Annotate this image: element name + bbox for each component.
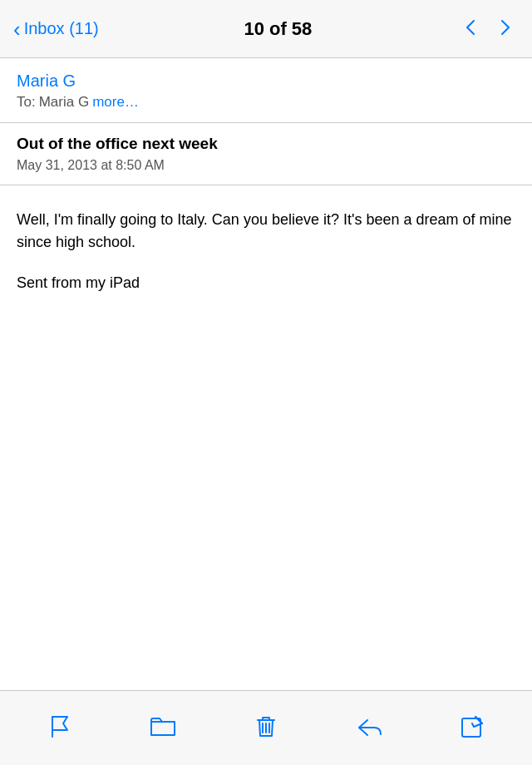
reply-icon bbox=[354, 712, 384, 745]
email-date: May 31, 2013 at 8:50 AM bbox=[17, 158, 515, 173]
to-recipient: Maria G bbox=[39, 94, 89, 111]
move-to-folder-button[interactable] bbox=[138, 703, 188, 753]
navigation-arrows bbox=[457, 16, 519, 42]
header-divider bbox=[0, 122, 532, 123]
compose-button[interactable] bbox=[447, 703, 497, 753]
email-subject: Out of the office next week bbox=[17, 135, 515, 153]
flag-button[interactable] bbox=[35, 703, 85, 753]
email-body-paragraph: Well, I'm finally going to Italy. Can yo… bbox=[17, 209, 515, 254]
folder-icon bbox=[148, 712, 178, 745]
svg-rect-4 bbox=[462, 718, 480, 737]
back-button[interactable]: ‹ Inbox (11) bbox=[13, 18, 99, 40]
delete-button[interactable] bbox=[241, 703, 291, 753]
top-navigation-bar: ‹ Inbox (11) 10 of 58 bbox=[0, 0, 532, 58]
previous-message-button[interactable] bbox=[457, 16, 480, 42]
reply-button[interactable] bbox=[344, 703, 394, 753]
email-body: Well, I'm finally going to Italy. Can yo… bbox=[0, 197, 532, 311]
message-counter: 10 of 58 bbox=[244, 18, 312, 40]
subject-section: Out of the office next week May 31, 2013… bbox=[0, 135, 532, 185]
back-button-label: Inbox (11) bbox=[24, 19, 99, 38]
email-signature: Sent from my iPad bbox=[17, 272, 515, 294]
to-line: To: Maria G more… bbox=[17, 94, 515, 111]
email-header: Maria G To: Maria G more… bbox=[0, 58, 532, 111]
flag-icon bbox=[45, 712, 75, 745]
back-chevron-icon: ‹ bbox=[13, 18, 21, 40]
trash-icon bbox=[251, 712, 281, 745]
subject-divider bbox=[0, 185, 532, 185]
compose-icon bbox=[457, 712, 487, 745]
email-content-area: Maria G To: Maria G more… Out of the off… bbox=[0, 58, 532, 690]
bottom-toolbar bbox=[0, 690, 532, 765]
to-label: To: bbox=[17, 94, 36, 111]
sender-name: Maria G bbox=[17, 72, 515, 91]
next-message-button[interactable] bbox=[495, 16, 519, 42]
more-recipients-link[interactable]: more… bbox=[92, 94, 139, 111]
